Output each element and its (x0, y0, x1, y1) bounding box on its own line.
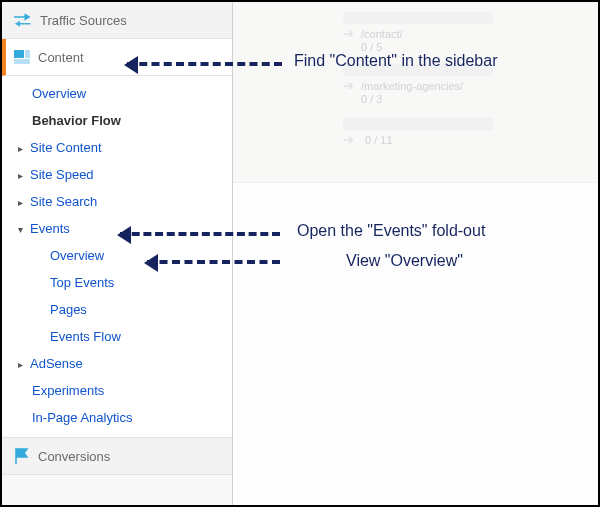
flow-node-count: 0 / 3 (361, 93, 382, 105)
section-conversions[interactable]: Conversions (2, 437, 232, 475)
svg-rect-1 (25, 50, 30, 58)
nav-events-overview[interactable]: Overview (2, 242, 232, 269)
nav-events-flow[interactable]: Events Flow (2, 323, 232, 350)
nav-events-pages[interactable]: Pages (2, 296, 232, 323)
nav-events-top-events[interactable]: Top Events (2, 269, 232, 296)
nav-inpage-analytics[interactable]: In-Page Analytics (2, 404, 232, 431)
nav-site-content[interactable]: Site Content (2, 134, 232, 161)
flow-node-count: 0 / 11 (365, 134, 393, 146)
flow-arrow-icon: ➔ (343, 26, 354, 41)
annotation-arrow-2 (120, 232, 280, 236)
section-conversions-label: Conversions (38, 449, 110, 464)
flow-node-other: ➔ 0 / 11 (343, 118, 493, 147)
flow-node-marketing: ➔ /marketing-agencies/ 0 / 3 (343, 64, 493, 105)
svg-rect-0 (14, 50, 24, 58)
flow-node-contact: ➔ /contact/ 0 / 5 (343, 12, 493, 53)
annotation-arrow-3 (147, 260, 280, 264)
flow-node-path: /marketing-agencies/ (361, 80, 463, 92)
flow-node-path: /contact/ (361, 28, 403, 40)
content-blocks-icon (14, 50, 30, 64)
nav-overview[interactable]: Overview (2, 80, 232, 107)
section-traffic-label: Traffic Sources (40, 13, 127, 28)
annotation-arrow-1 (127, 62, 282, 66)
svg-rect-2 (14, 59, 30, 64)
nav-behavior-flow[interactable]: Behavior Flow (2, 107, 232, 134)
flow-arrow-icon: ➔ (343, 132, 354, 147)
behavior-flow-canvas: ➔ /contact/ 0 / 5 ➔ /marketing-agencies/… (233, 2, 598, 183)
annotation-text-3: View "Overview" (346, 252, 463, 270)
flag-icon (14, 448, 30, 464)
annotation-text-1: Find "Content" in the sidebar (294, 52, 497, 70)
annotation-text-2: Open the "Events" fold-out (297, 222, 485, 240)
flow-arrow-icon: ➔ (343, 78, 354, 93)
traffic-arrows-icon (14, 13, 32, 27)
nav-site-search[interactable]: Site Search (2, 188, 232, 215)
nav-site-speed[interactable]: Site Speed (2, 161, 232, 188)
section-traffic-sources[interactable]: Traffic Sources (2, 2, 232, 39)
sidebar: Traffic Sources Content Overview Behavio… (2, 2, 233, 505)
nav-adsense[interactable]: AdSense (2, 350, 232, 377)
section-content-label: Content (38, 50, 84, 65)
content-submenu: Overview Behavior Flow Site Content Site… (2, 76, 232, 437)
nav-experiments[interactable]: Experiments (2, 377, 232, 404)
